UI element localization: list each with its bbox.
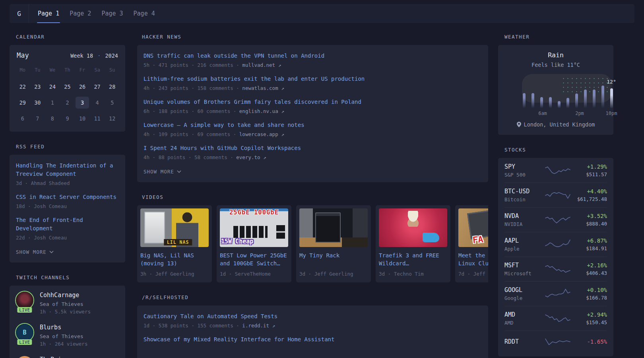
- news-item-domain-link[interactable]: english.nv.ua: [239, 108, 284, 114]
- weather-bar: [593, 90, 596, 108]
- news-item-domain-link[interactable]: mullvad.net: [242, 62, 281, 68]
- news-item-title[interactable]: Cautionary Tale on Automated Speed Tests: [144, 312, 482, 321]
- stock-row[interactable]: AMDAMD+2.94%$150.45: [504, 306, 607, 331]
- map-pin-icon: [517, 122, 521, 127]
- weather-label: WEATHER: [504, 34, 613, 40]
- stock-change: +0.10%: [571, 287, 607, 293]
- twitch-channel-name[interactable]: CohhCarnage: [40, 292, 91, 299]
- news-item-domain-link[interactable]: lowercase.app: [239, 131, 284, 137]
- right-column: WEATHER Rain Feels like 11°C 12° 6am2pm1…: [498, 29, 613, 358]
- stock-ids: NVDANVIDIA: [504, 212, 544, 227]
- video-card[interactable]: 25GbE 100GbE15W CheapBEST Low Power 25Gb…: [217, 205, 291, 282]
- rss-item-title[interactable]: Handling The Indentation of a Treeview C…: [16, 161, 119, 178]
- stock-row[interactable]: AAPLApple+6.87%$184.91: [504, 232, 607, 257]
- stock-symbol: MSFT: [504, 262, 544, 269]
- twitch-channel-name[interactable]: ThePrimeagen: [40, 356, 83, 358]
- news-item-meta: 4h · 88 points · 58 comments · every.to: [144, 154, 482, 160]
- stock-row[interactable]: BTC-USDBitcoin+4.40%$61,725.48: [504, 183, 607, 207]
- tab-page-1[interactable]: Page 1: [33, 4, 64, 23]
- calendar-day: 10: [76, 113, 89, 125]
- stock-symbol: RDDT: [504, 338, 544, 345]
- stock-price: $888.40: [571, 221, 607, 227]
- rss-widget: RSS FEED Handling The Indentation of a T…: [10, 144, 125, 263]
- stock-values: +3.52%$888.40: [571, 213, 607, 227]
- stock-change: +2.94%: [571, 311, 607, 318]
- calendar-day: 12: [105, 113, 119, 125]
- video-title[interactable]: BEST Low Power 25GbE and 100GbE Switch…: [220, 251, 288, 267]
- weather-location: London, United Kingdom: [524, 121, 595, 128]
- calendar-day: 1: [46, 97, 59, 109]
- twitch-channel-name[interactable]: Blurbs: [40, 324, 87, 331]
- hackernews-label: HACKER NEWS: [142, 34, 488, 40]
- calendar-day: 28: [105, 81, 119, 93]
- stock-sparkline: [544, 336, 571, 348]
- video-card[interactable]: LIL NASBig NAS, Lil NAS (moving 13)3h · …: [137, 205, 212, 282]
- stock-sparkline: [544, 189, 571, 201]
- twitch-avatar-wrap: BLIVE: [16, 324, 33, 344]
- tab-page-4[interactable]: Page 4: [128, 4, 160, 23]
- videos-row: LIL NASBig NAS, Lil NAS (moving 13)3h · …: [137, 205, 488, 282]
- separator-dot: ·: [233, 85, 242, 91]
- twitch-channel-row[interactable]: BLIVEBlurbsSea of Thieves1h · 264 viewer…: [16, 324, 119, 347]
- weather-feels-like: Feels like 11°C: [504, 62, 607, 68]
- weekday-label: We: [45, 67, 60, 73]
- stock-price: $184.91: [571, 245, 607, 251]
- calendar-day: 27: [91, 81, 104, 93]
- news-item-title[interactable]: Lithium-free sodium batteries exit the l…: [144, 75, 482, 83]
- weather-bar: [558, 101, 561, 108]
- hn-show-more-button[interactable]: SHOW MORE: [144, 169, 181, 175]
- thumbnail-overlay-text: LIL NAS: [164, 239, 192, 245]
- twitch-channel-row[interactable]: LIVECohhCarnageSea of Thieves1h · 5.5k v…: [16, 292, 119, 315]
- stock-row[interactable]: MSFTMicrosoft+2.16%$406.43: [504, 257, 607, 281]
- stock-name: S&P 500: [504, 172, 544, 178]
- weekday-label: Sa: [90, 67, 105, 73]
- news-item-domain-link[interactable]: newatlas.com: [242, 85, 284, 91]
- news-item-title[interactable]: DNS traffic can leak outside the VPN tun…: [144, 52, 482, 60]
- twitch-channel-row[interactable]: ThePrimeagen: [16, 356, 119, 358]
- video-card[interactable]: FAMeet the Linux Clu7d · Jeff: [455, 205, 488, 282]
- news-item-domain-link[interactable]: every.to: [236, 154, 266, 160]
- video-title[interactable]: Traefik 3 and FREE Wildcard…: [379, 251, 447, 267]
- stock-row[interactable]: RDDT-1.65%: [504, 331, 607, 352]
- rss-item-title[interactable]: CSS in React Server Components: [16, 193, 119, 201]
- stock-price: $61,725.48: [571, 196, 607, 202]
- video-title[interactable]: Big NAS, Lil NAS (moving 13): [140, 251, 209, 267]
- news-item-title[interactable]: Unique volumes of Brothers Grimm fairy t…: [144, 98, 482, 106]
- twitch-channel-viewers: 1h · 5.5k viewers: [40, 309, 91, 315]
- stock-row[interactable]: GOOGLGoogle+0.10%$166.78: [504, 281, 607, 306]
- weather-bar: [549, 97, 552, 108]
- tab-page-3[interactable]: Page 3: [96, 4, 128, 23]
- news-item-domain-link[interactable]: i.redd.it: [242, 323, 275, 329]
- rss-item-title[interactable]: The End of Front-End Development: [16, 216, 119, 233]
- video-thumbnail: LIL NAS: [140, 208, 209, 247]
- video-title[interactable]: Meet the Linux Clu: [458, 251, 488, 267]
- video-thumbnail: 25GbE 100GbE15W Cheap: [220, 208, 288, 247]
- stock-sparkline: [544, 214, 571, 226]
- subreddit-card: Cautionary Tale on Automated Speed Tests…: [137, 305, 488, 358]
- stock-row[interactable]: SPYS&P 500+1.29%$511.57: [504, 158, 607, 183]
- stock-symbol: NVDA: [504, 212, 544, 220]
- video-title[interactable]: My Tiny Rack: [299, 251, 368, 267]
- peak-temp-label: 12°: [607, 79, 616, 85]
- news-item-stats: 6h · 188 points · 60 comments: [144, 108, 230, 114]
- stock-sparkline: [544, 288, 571, 300]
- news-item-title[interactable]: Showcase of my Mixed Reality Interface f…: [144, 335, 482, 344]
- stock-values: +2.16%$406.43: [571, 262, 607, 276]
- separator-dot: ·: [227, 154, 237, 160]
- video-card[interactable]: My Tiny Rack3d · Jeff Geerling: [296, 205, 371, 282]
- rss-show-more-button[interactable]: SHOW MORE: [16, 249, 54, 255]
- calendar-day: 6: [16, 113, 29, 125]
- app-logo[interactable]: G: [10, 4, 29, 23]
- twitch-channel-viewers: 1h · 264 viewers: [40, 341, 87, 347]
- stock-row[interactable]: NVDANVIDIA+3.52%$888.40: [504, 207, 607, 232]
- weather-bar: [531, 93, 534, 108]
- video-meta: 7d · Jeff: [458, 271, 488, 277]
- video-meta: 1d · ServeTheHome: [220, 271, 288, 277]
- news-item-title[interactable]: Lowercase – A simple way to take and sha…: [144, 121, 482, 129]
- weather-bar: [566, 98, 569, 108]
- tab-page-2[interactable]: Page 2: [64, 4, 96, 23]
- news-item-title[interactable]: I Spent 24 Hours with GitHub Copilot Wor…: [144, 144, 482, 152]
- weekday-label: Tu: [30, 67, 45, 73]
- hackernews-card: DNS traffic can leak outside the VPN tun…: [137, 45, 488, 182]
- video-card[interactable]: Traefik 3 and FREE Wildcard…3d · Techno …: [376, 205, 450, 282]
